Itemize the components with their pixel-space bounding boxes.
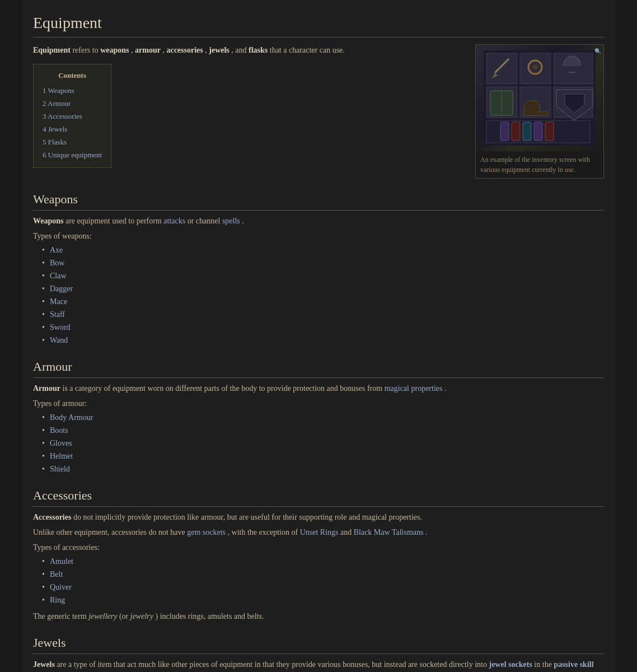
toc-item-jewels[interactable]: 4 Jewels [43, 123, 102, 135]
intro-text-end: that a character can use. [270, 46, 345, 54]
quiver-link[interactable]: Quiver [50, 583, 72, 591]
toc-item-accessories[interactable]: 3 Accessories [43, 110, 102, 122]
intro-area: Equipment refers to weapons , armour , a… [33, 44, 604, 179]
toc-link-armour[interactable]: 2 Armour [43, 99, 71, 108]
footnote-italic-jewelry: jewelry [130, 612, 153, 620]
sword-link[interactable]: Sword [50, 323, 71, 332]
list-item: Boots [42, 424, 604, 436]
accessories-list: Amulet Belt Quiver Ring [33, 556, 604, 606]
accessories-body: Accessories do not implicitly provide pr… [33, 511, 604, 523]
weapons-period: . [242, 217, 244, 225]
toc-item-unique[interactable]: 6 Unique equipment [43, 149, 102, 161]
accessories-and: and [340, 528, 354, 536]
weapons-text: are equipment used to perform [65, 217, 163, 225]
dagger-link[interactable]: Dagger [50, 284, 73, 293]
weapons-body: Weapons are equipment used to perform at… [33, 215, 604, 227]
amulet-link[interactable]: Amulet [50, 557, 73, 566]
belt-link[interactable]: Belt [50, 570, 63, 578]
list-item: Axe [42, 244, 604, 256]
armour-bold: Armour [33, 384, 60, 393]
body-armour-link[interactable]: Body Armour [50, 413, 93, 422]
bow-link[interactable]: Bow [50, 259, 64, 267]
axe-link[interactable]: Axe [50, 246, 63, 254]
gloves-link[interactable]: Gloves [50, 439, 72, 447]
toc-link-accessories[interactable]: 3 Accessories [43, 112, 82, 120]
armour-types-label: Types of armour: [33, 398, 604, 409]
footnote-end: includes rings, amulets and belts. [160, 612, 264, 620]
magical-properties-link[interactable]: magical properties [385, 384, 443, 393]
jewels-in-the: in the [534, 660, 554, 669]
intro-and: , and [231, 46, 249, 54]
staff-link[interactable]: Staff [50, 310, 65, 319]
claw-link[interactable]: Claw [50, 272, 67, 280]
list-item: Quiver [42, 581, 604, 593]
mace-link[interactable]: Mace [50, 297, 67, 306]
unset-rings-link[interactable]: Unset Rings [300, 528, 339, 536]
section-title-weapons: Weapons [33, 190, 604, 211]
wand-link[interactable]: Wand [50, 336, 68, 344]
spells-link[interactable]: spells [222, 217, 240, 225]
footnote-text-1: The generic term [33, 612, 88, 620]
toc-item-weapons[interactable]: 1 Weapons [43, 85, 102, 96]
helmet-link[interactable]: Helmet [50, 452, 73, 460]
armour-text: is a category of equipment worn on diffe… [63, 384, 385, 393]
intro-comma-1: , [131, 46, 135, 54]
jewel-sockets-bold: jewel sockets [489, 660, 532, 669]
list-item: Shield [42, 463, 604, 475]
shield-link[interactable]: Shield [50, 465, 70, 473]
weapons-or: or channel [188, 217, 222, 225]
intro-bold-accessories: accessories [166, 46, 203, 54]
svg-rect-16 [500, 122, 509, 141]
svg-point-11 [532, 64, 538, 70]
accessories-text: do not implicitly provide protection lik… [73, 513, 422, 521]
list-item: Claw [42, 270, 604, 282]
weapons-list: Axe Bow Claw Dagger Mace Staff Sword Wan… [33, 244, 604, 346]
list-item: Mace [42, 296, 604, 307]
list-item: Bow [42, 257, 604, 269]
list-item: Sword [42, 321, 604, 333]
accessories-body2: Unlike other equipment, accessories do n… [33, 526, 604, 538]
list-item: Dagger [42, 283, 604, 295]
list-item: Amulet [42, 556, 604, 567]
list-item: Helmet [42, 450, 604, 462]
accessories-exception: , with the exception of [228, 528, 300, 536]
equipment-svg [484, 50, 596, 146]
table-of-contents: Contents 1 Weapons 2 Armour 3 Accessorie… [33, 64, 111, 168]
svg-rect-18 [523, 122, 531, 141]
ring-link[interactable]: Ring [50, 596, 65, 604]
svg-rect-20 [545, 122, 554, 141]
equipment-image: 🔍 [476, 45, 603, 151]
toc-link-jewels[interactable]: 4 Jewels [43, 125, 67, 133]
gem-sockets-link[interactable]: gem sockets [187, 528, 226, 536]
accessories-types-label: Types of accessories: [33, 542, 604, 553]
list-item: Gloves [42, 437, 604, 449]
intro-bold-equipment: Equipment [33, 46, 71, 54]
zoom-icon[interactable]: 🔍 [594, 47, 601, 55]
toc-link-weapons[interactable]: 1 Weapons [43, 86, 74, 95]
intro-text-1: refers to [72, 46, 100, 54]
accessories-footnote: The generic term jewellery (or jewelry )… [33, 610, 604, 622]
weapons-bold: Weapons [33, 217, 63, 225]
boots-link[interactable]: Boots [50, 426, 68, 435]
jewel-sockets-link[interactable]: jewel sockets [489, 660, 532, 669]
accessories-bold: Accessories [33, 513, 71, 521]
attacks-link[interactable]: attacks [163, 217, 185, 225]
toc-list: 1 Weapons 2 Armour 3 Accessories 4 Jewel… [43, 85, 102, 161]
list-item: Staff [42, 309, 604, 320]
black-maw-talismans-link[interactable]: Black Maw Talismans [354, 528, 424, 536]
equipment-image-box: 🔍 [475, 44, 604, 179]
accessories-text2: Unlike other equipment, accessories do n… [33, 528, 187, 536]
image-caption: An example of the inventory screen with … [476, 151, 603, 178]
jewels-text: are a type of item that act much like ot… [57, 660, 489, 669]
toc-item-armour[interactable]: 2 Armour [43, 97, 102, 109]
svg-rect-1 [486, 53, 517, 84]
toc-link-unique[interactable]: 6 Unique equipment [43, 151, 102, 159]
intro-bold-jewels: jewels [209, 46, 229, 54]
jewels-bold: Jewels [33, 660, 55, 669]
page-title: Equipment [33, 11, 604, 38]
page-wrapper: Equipment Equipment refers to weapons , … [22, 0, 615, 672]
section-title-armour: Armour [33, 357, 604, 378]
toc-item-flasks[interactable]: 5 Flasks [43, 136, 102, 148]
footnote-paren: (or [119, 612, 130, 620]
toc-link-flasks[interactable]: 5 Flasks [43, 138, 67, 146]
